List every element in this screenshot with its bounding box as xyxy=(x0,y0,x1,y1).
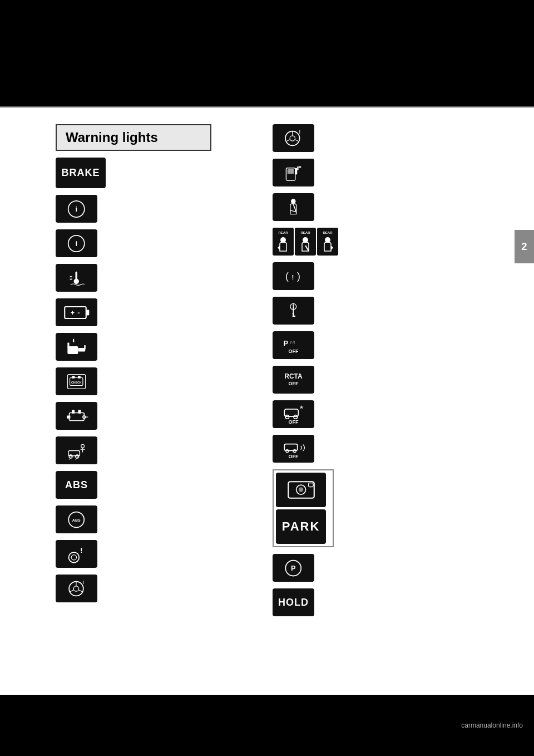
svg-point-38 xyxy=(69,552,80,563)
svg-text:!: ! xyxy=(292,273,294,281)
svg-point-39 xyxy=(71,554,76,559)
rear-center-icon: REAR xyxy=(295,228,316,256)
page-number-tab: 2 xyxy=(515,230,534,263)
svg-line-59 xyxy=(294,204,296,212)
abs-label: ABS xyxy=(65,479,88,491)
top-header-bar xyxy=(0,0,534,106)
radar-sensor-off-icon: OFF xyxy=(273,435,314,463)
svg-text:+: + xyxy=(71,309,75,317)
svg-rect-25 xyxy=(67,415,70,418)
warning-lights-title: Warning lights xyxy=(66,130,158,145)
svg-point-82 xyxy=(293,450,296,453)
brake-icon: BRAKE xyxy=(56,158,106,188)
svg-point-58 xyxy=(291,199,296,204)
rcta-label: RCTA xyxy=(284,373,302,380)
main-content: Warning lights BRAKE i i xyxy=(0,107,534,622)
svg-point-48 xyxy=(290,135,295,140)
svg-text:!: ! xyxy=(299,129,301,134)
engine-malfunction-icon xyxy=(56,402,97,430)
svg-rect-16 xyxy=(68,342,70,347)
rear-right-icon: REAR xyxy=(317,228,338,256)
steering-wheel-warning-right: ! xyxy=(273,124,314,152)
svg-marker-62 xyxy=(278,246,280,250)
parking-sensor-off-label: OFF xyxy=(289,348,299,354)
battery-icon: + - xyxy=(56,298,97,326)
oil-pressure-icon xyxy=(56,333,97,361)
svg-rect-55 xyxy=(295,168,298,174)
svg-rect-19 xyxy=(72,376,75,379)
svg-text:(: ( xyxy=(285,271,289,282)
seatbelt-icon xyxy=(273,193,314,221)
svg-rect-72 xyxy=(293,313,294,314)
brake-label: BRAKE xyxy=(61,167,100,179)
hold-label: HOLD xyxy=(278,597,309,608)
svg-rect-4 xyxy=(76,271,78,279)
svg-rect-22 xyxy=(70,413,85,420)
svg-text:CHECK: CHECK xyxy=(71,381,82,384)
traction-control-icon xyxy=(56,436,97,464)
tpms-warning-icon: ( ! ) xyxy=(273,262,314,290)
svg-text:-: - xyxy=(78,309,80,317)
rcta-off-label: OFF xyxy=(289,381,299,386)
svg-text:): ) xyxy=(297,271,300,282)
check-engine-text-icon: CHECK xyxy=(56,367,97,395)
svg-rect-10 xyxy=(86,310,90,315)
door-ajar-icon xyxy=(273,297,314,325)
svg-point-42 xyxy=(74,586,79,591)
svg-text:♪♫: ♪♫ xyxy=(289,340,295,345)
svg-text:!: ! xyxy=(80,546,82,554)
svg-text:P: P xyxy=(283,339,288,347)
right-column: ! xyxy=(261,119,534,622)
svg-rect-54 xyxy=(288,169,294,174)
tire-pressure-icon: ! xyxy=(56,540,97,568)
svg-text:P: P xyxy=(291,564,296,572)
svg-rect-9 xyxy=(65,307,87,318)
circle-i-filled-icon: i xyxy=(56,195,97,223)
steering-wheel-warning-left: ! xyxy=(56,575,97,602)
svg-rect-57 xyxy=(299,166,301,167)
watermark-text: carmanualonline.info xyxy=(461,721,523,729)
parking-camera-icon xyxy=(276,473,326,507)
park-label: PARK xyxy=(282,519,320,534)
svg-text:!: ! xyxy=(83,580,85,585)
park-text-icon: PARK xyxy=(276,509,326,544)
svg-point-85 xyxy=(298,487,303,492)
parking-sensor-off-icon: P ♪♫ OFF xyxy=(273,331,314,359)
warning-lights-header: Warning lights xyxy=(56,124,211,151)
rear-occupants-icon: REAR REAR REAR xyxy=(273,228,523,256)
svg-point-33 xyxy=(81,444,85,448)
hold-text-icon: HOLD xyxy=(273,588,314,616)
svg-marker-79 xyxy=(299,405,303,409)
svg-text:i: i xyxy=(76,239,78,248)
park-group-box: PARK xyxy=(273,469,334,547)
svg-line-64 xyxy=(305,246,309,251)
rear-left-icon: REAR xyxy=(273,228,294,256)
svg-rect-24 xyxy=(78,410,81,413)
svg-marker-66 xyxy=(331,246,333,250)
svg-rect-56 xyxy=(298,166,299,170)
lane-assist-off-icon: OFF xyxy=(273,400,314,428)
coolant-temp-icon xyxy=(56,264,97,292)
svg-line-44 xyxy=(70,590,74,592)
svg-point-81 xyxy=(285,450,288,453)
svg-text:i: i xyxy=(76,205,78,213)
page-number: 2 xyxy=(521,241,527,253)
radar-sensor-off-label: OFF xyxy=(289,454,299,459)
svg-point-5 xyxy=(74,278,79,283)
lane-assist-off-label: OFF xyxy=(289,419,299,425)
svg-line-50 xyxy=(286,139,290,141)
svg-rect-15 xyxy=(85,345,86,350)
fuel-icon xyxy=(273,159,314,186)
svg-rect-73 xyxy=(293,315,295,316)
abs-circle-icon: ABS xyxy=(56,505,97,533)
left-column: Warning lights BRAKE i i xyxy=(0,119,261,622)
rcta-off-icon: RCTA OFF xyxy=(273,366,314,394)
svg-line-51 xyxy=(295,139,299,141)
circle-i-outline-icon: i xyxy=(56,229,97,257)
svg-rect-20 xyxy=(78,376,81,379)
p-circle-icon: P xyxy=(273,554,314,582)
bottom-bar: carmanualonline.info xyxy=(0,695,534,756)
abs-warning-icon: ABS xyxy=(56,471,97,499)
svg-rect-86 xyxy=(308,483,313,487)
svg-rect-23 xyxy=(72,410,75,413)
